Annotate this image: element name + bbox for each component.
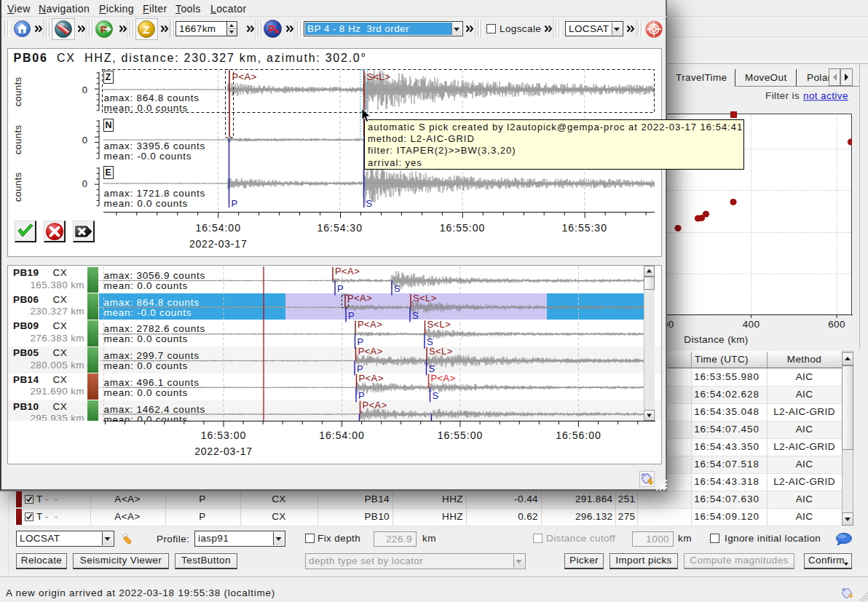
svg-text:Z: Z	[143, 23, 150, 36]
svg-text:P: P	[269, 23, 276, 35]
